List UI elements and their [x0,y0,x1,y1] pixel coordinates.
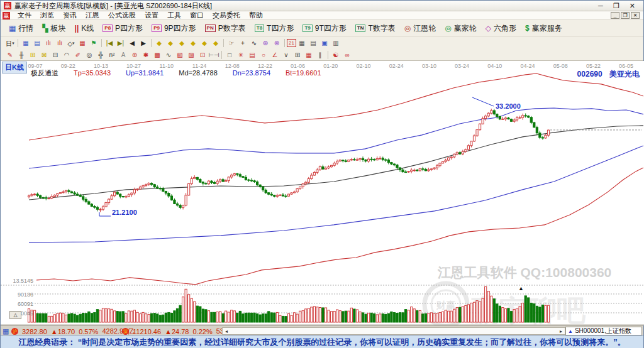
red-grid-icon[interactable]: ▦ [77,38,88,48]
kline-multi-icon[interactable]: ılı [54,38,65,48]
spiral-chart-icon[interactable]: ⊜ [271,38,282,48]
menu-item-6[interactable]: 工具 [163,11,186,20]
p-number-table-button[interactable]: PNP数字表 [201,22,250,35]
info-panel-icon[interactable]: ▤ [31,38,43,48]
jump-last-icon[interactable]: ▶| [115,38,126,48]
maximize-button[interactable]: ❐ [613,2,619,10]
web-chart-icon[interactable]: ⊛ [260,38,271,48]
time-box-tool-icon[interactable]: ▨ [186,50,197,60]
price-box-tool-icon[interactable]: ▧ [174,50,186,60]
parallel-lines-tool-icon[interactable]: ∥ [314,50,326,60]
radial-lines-tool-icon[interactable]: ✱ [140,50,152,60]
yinyang-tool-icon[interactable]: ☯ [330,50,341,60]
jump-first-icon[interactable]: |◀ [104,38,115,48]
sh-index-summary[interactable]: 沪 3282.80 ▲18.70 0.57% 4282.94亿 [11,327,134,336]
mdi-close-button[interactable]: ✕ [631,12,640,19]
minimize-button[interactable]: ─ [598,2,603,10]
menu-item-2[interactable]: 资讯 [58,11,81,20]
scroll-right-arrow-icon[interactable]: ▸ [560,329,562,334]
prev-bar-icon[interactable]: ◀ [126,38,138,48]
menu-item-0[interactable]: 文件 [13,11,36,20]
range-measure-tool-icon[interactable]: ⊢⊣ [208,50,219,60]
9t-square-button[interactable]: T99T四方形 [298,22,350,35]
horizontal-scrollbar[interactable]: ◂ ▸ [222,327,565,335]
grid2-tool-icon[interactable]: ⊞ [292,50,303,60]
golden-box-tool-icon[interactable]: ⊠ [38,50,50,60]
gann-diamond-hexpand-icon[interactable]: ◆ [176,38,187,48]
toolbar-separator [18,39,18,47]
calculator-icon[interactable]: ▦ [296,38,308,48]
golden-grid-tool-icon[interactable]: ⊞ [27,50,38,60]
angle-line-tool-icon[interactable]: ∠ [269,50,280,60]
kline-small-icon[interactable]: ılı [43,38,54,48]
shade-box-tool-icon[interactable]: ▤ [247,50,258,60]
fan-lines-tool-icon[interactable]: ✳ [235,50,247,60]
period-selector[interactable]: 日▾ [4,38,16,48]
period-selector-dropdown-arrow[interactable]: ▾ [12,41,14,45]
wave-tool-icon[interactable]: ∿ [248,38,260,48]
tile-windows-icon[interactable]: ▦ [20,38,31,48]
winner-wheel-button[interactable]: ◎赢家轮 [440,22,480,35]
marker-style-selector-dropdown-arrow[interactable]: ▾ [72,41,75,45]
market-grid-icon[interactable]: ▦ [3,327,9,335]
close-button[interactable]: ✕ [630,2,635,10]
gann-diamond-hshrink-icon[interactable]: ◆ [187,38,199,48]
menu-item-3[interactable]: 江恩 [81,11,104,20]
t-number-table-button[interactable]: TNT数字表 [351,22,400,35]
kline-button[interactable]: ||K线 [70,22,99,35]
t-square-button[interactable]: T8T四方形 [250,22,299,35]
expand-panel-button[interactable]: △ [9,311,21,319]
calendar-21-icon[interactable]: 21 [287,39,296,47]
time-cycle-tool-icon[interactable]: ╬ [95,50,106,60]
save-icon[interactable]: ▣ [319,38,330,48]
scroll-left-arrow-icon[interactable]: ◂ [225,329,228,334]
gann-diamond-right-icon[interactable]: ◆ [165,38,176,48]
next-bar-icon[interactable]: ▶ [138,38,149,48]
menu-item-9[interactable]: 帮助 [245,11,267,20]
menu-item-1[interactable]: 浏览 [36,11,58,20]
sectors-button[interactable]: ▚板块 [38,22,70,35]
chart-area[interactable]: 财赢江恩工具软件 QQ:100800360赢家聊吧▲ 09-0709-2210-… [1,61,644,325]
gann-wheel-button[interactable]: ◎江恩轮 [400,22,440,35]
kline-tab[interactable]: 日K线 [2,62,27,73]
flag-icon[interactable]: ⚑ [88,38,99,48]
gann-diamond-left-icon[interactable]: ◆ [153,38,165,48]
menu-item-4[interactable]: 公式选股 [104,11,140,20]
9p-square-button[interactable]: P99P四方形 [147,22,200,35]
selected-index-field[interactable]: ▲ SH000001,上证指数 [565,327,642,335]
cycle-circle-tool-icon[interactable]: ◎ [84,50,95,60]
winner-service-button[interactable]: $赢家服务 [521,22,567,35]
notebook-icon[interactable]: ▤ [308,38,319,48]
time-divider-tool-icon[interactable]: ╫ [16,50,27,60]
menu-item-7[interactable]: 窗口 [186,11,208,20]
gann-diamond-vshrink-icon[interactable]: ◆ [210,38,221,48]
menu-item-8[interactable]: 交易委托 [208,11,245,20]
marker-style-selector[interactable]: ◇▾ [65,38,77,48]
square-number-tool-icon[interactable]: n² [106,50,118,60]
text-note-tool-icon[interactable]: A [118,50,129,60]
hand-tool-icon[interactable]: ☞ [226,38,237,48]
gann-grid-tool-icon[interactable]: ▩ [152,50,163,60]
gann-circle-tool-icon[interactable]: ⊕ [129,50,140,60]
wave-mark-tool-icon[interactable]: ∿ [163,50,174,60]
mdi-restore-button[interactable]: ❐ [621,12,630,19]
arc-tool-icon[interactable]: ◠ [61,50,72,60]
infinity-tool-icon[interactable]: ∞ [341,50,353,60]
gann-diamond-vexpand-icon[interactable]: ◆ [199,38,210,48]
export-truck-icon[interactable]: ▥ [330,38,341,48]
crosshair-tool-icon[interactable]: + [237,38,248,48]
hexagon-button[interactable]: ◇六角形 [481,22,521,35]
angle-pencil-tool-icon[interactable]: ✐ [72,50,84,60]
quotes-button[interactable]: ▦行情 [4,22,38,35]
mdi-minimize-button[interactable]: _ [611,12,619,19]
check-wave-tool-icon[interactable]: ∨ [280,50,292,60]
pencil-tool-icon[interactable]: ✎ [4,50,16,60]
box-grid-tool-icon[interactable]: ⊡ [197,50,208,60]
level-line-tool-icon[interactable]: ⊟ [50,50,61,60]
menu-item-5[interactable]: 设置 [140,11,163,20]
circle-draw-tool-icon[interactable]: ○ [258,50,269,60]
rect-select-tool-icon[interactable]: □ [224,50,235,60]
p-square-button[interactable]: P8P四方形 [98,22,147,35]
kline-chart-canvas[interactable]: 财赢江恩工具软件 QQ:100800360赢家聊吧▲ [1,61,644,325]
matrix-tool-icon[interactable]: ▦ [303,50,314,60]
